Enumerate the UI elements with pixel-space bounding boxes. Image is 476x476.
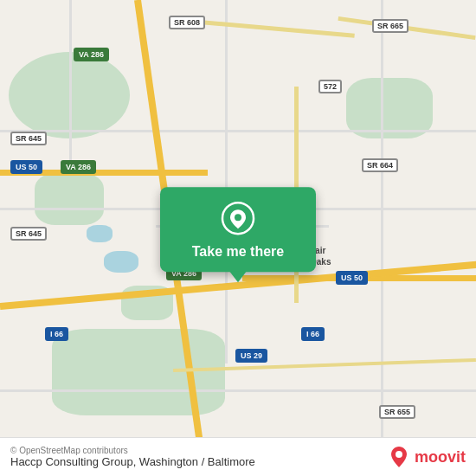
park-area-2	[35, 173, 104, 225]
badge-sr655: SR 655	[379, 405, 415, 419]
water-2	[87, 225, 113, 242]
moovit-pin-icon	[387, 445, 411, 469]
popup-card[interactable]: Take me there	[160, 187, 316, 272]
location-name: Haccp Consulting Group, Washington / Bal…	[10, 455, 255, 468]
badge-i66-left: I 66	[45, 327, 68, 341]
popup-label: Take me there	[192, 244, 284, 260]
badge-i66-right: I 66	[301, 327, 325, 341]
badge-sr608: SR 608	[169, 16, 205, 29]
bottom-bar: © OpenStreetMap contributors Haccp Consu…	[0, 437, 476, 476]
badge-va286-mid: VA 286	[61, 160, 96, 174]
badge-sr645-bot: SR 645	[10, 227, 47, 241]
badge-us50-bot: US 50	[336, 271, 368, 285]
road-minor-v1	[225, 0, 228, 363]
badge-572: 572	[318, 80, 342, 93]
road-minor-v3	[69, 0, 72, 173]
badge-us29: US 29	[235, 349, 267, 363]
copyright-text: © OpenStreetMap contributors	[10, 446, 255, 455]
badge-sr645-top: SR 645	[10, 132, 47, 145]
badge-va286-top: VA 286	[74, 48, 109, 61]
svg-point-1	[235, 214, 241, 221]
badge-sr664: SR 664	[362, 158, 398, 172]
badge-sr665: SR 665	[372, 19, 408, 33]
map-container: VA 286 US 50 VA 286 SR 608 SR 665 572 SR…	[0, 0, 476, 476]
badge-us50-left: US 50	[10, 160, 42, 174]
moovit-logo: moovit	[387, 445, 466, 469]
park-area-5	[52, 329, 225, 415]
water-1	[104, 251, 138, 273]
road-minor-3	[0, 389, 476, 392]
bottom-left-info: © OpenStreetMap contributors Haccp Consu…	[10, 446, 255, 468]
moovit-brand-text: moovit	[415, 448, 466, 466]
svg-point-2	[396, 451, 402, 458]
location-pin-icon	[221, 201, 255, 235]
